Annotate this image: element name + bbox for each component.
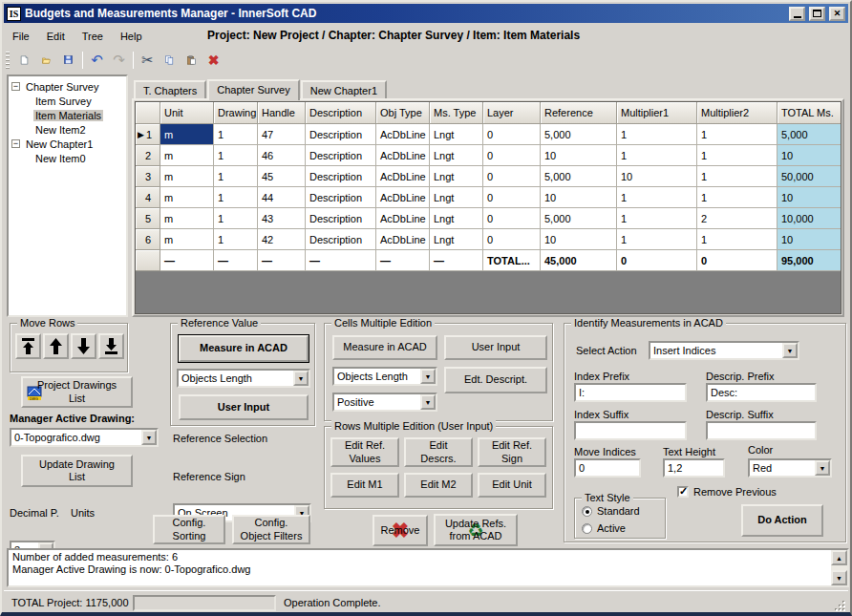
cell[interactable]: 10: [777, 229, 841, 250]
cell[interactable]: 42: [258, 229, 306, 250]
cell[interactable]: AcDbLine: [376, 145, 430, 166]
scroll-up-icon[interactable]: ▲: [831, 550, 847, 565]
column-header[interactable]: TOTAL Ms.: [777, 102, 841, 124]
cell[interactable]: 5,000: [777, 124, 841, 145]
tree-node-item-survey[interactable]: Item Survey: [33, 94, 126, 108]
cell[interactable]: 1: [617, 229, 697, 250]
column-header[interactable]: Multiplier2: [697, 102, 777, 124]
undo-icon[interactable]: ↶: [86, 50, 108, 71]
radio-active-row[interactable]: Active: [582, 522, 626, 534]
cell[interactable]: 1: [697, 229, 777, 250]
cells-user-input-button[interactable]: User Input: [444, 335, 547, 360]
cells-mode-combo[interactable]: Objects Length ▼: [332, 367, 437, 386]
edit-ref-values-button[interactable]: Edit Ref. Values: [330, 437, 399, 467]
cell[interactable]: 1: [214, 208, 258, 229]
cell[interactable]: 1: [697, 166, 777, 187]
collapse-icon[interactable]: −: [11, 82, 20, 91]
column-header[interactable]: Description: [306, 102, 376, 124]
column-header[interactable]: Multiplier1: [617, 102, 697, 124]
save-icon[interactable]: [57, 50, 79, 71]
tab-t-chapters[interactable]: T. Chapters: [134, 80, 206, 98]
scroll-down-icon[interactable]: ▼: [831, 570, 847, 585]
text-height-field[interactable]: [663, 458, 725, 478]
column-header[interactable]: Ms. Type: [430, 102, 483, 124]
cell[interactable]: Lngt: [430, 145, 483, 166]
cell[interactable]: 46: [258, 145, 306, 166]
new-document-icon[interactable]: [13, 50, 35, 71]
cell[interactable]: 2: [697, 208, 777, 229]
cell[interactable]: 1: [214, 187, 258, 208]
descrip-prefix-field[interactable]: [706, 383, 817, 402]
update-refs-from-acad-button[interactable]: ♻ Update Refs. from ACAD: [434, 514, 518, 546]
move-row-up-button[interactable]: [43, 333, 69, 359]
cell[interactable]: 10: [777, 187, 841, 208]
edit-ref-sign-button[interactable]: Edit Ref. Sign: [478, 437, 546, 467]
cells-measure-in-acad-button[interactable]: Measure in ACAD: [332, 335, 437, 360]
menu-file[interactable]: File: [4, 27, 38, 46]
tree-node-new-item2[interactable]: New Item2: [33, 122, 126, 137]
cell[interactable]: 10: [541, 229, 617, 250]
radio-standard-row[interactable]: Standard: [582, 505, 640, 517]
do-action-button[interactable]: Do Action: [741, 504, 823, 537]
tab-chapter-survey[interactable]: Chapter Survey: [207, 79, 299, 100]
column-header[interactable]: Handle: [258, 102, 306, 124]
remove-previous-checkbox[interactable]: [677, 486, 689, 498]
cell[interactable]: 10: [541, 187, 617, 208]
move-row-down-button[interactable]: [71, 333, 96, 359]
cell[interactable]: 0: [483, 229, 541, 250]
index-prefix-field[interactable]: [574, 383, 687, 402]
cell[interactable]: m: [160, 208, 214, 229]
edit-m1-button[interactable]: Edit M1: [330, 473, 399, 498]
tree-node-chapter-survey[interactable]: − Chapter Survey: [9, 79, 126, 94]
cell[interactable]: m: [160, 124, 214, 145]
collapse-icon[interactable]: −: [11, 139, 20, 148]
cell[interactable]: 1: [617, 124, 697, 145]
row-header[interactable]: ▶1: [136, 124, 160, 145]
config-object-filters-button[interactable]: Config. Object Filters: [232, 515, 310, 544]
copy-icon[interactable]: [159, 50, 181, 71]
radio-active[interactable]: [582, 523, 592, 534]
cell[interactable]: Description: [306, 166, 376, 187]
reference-mode-combo[interactable]: Objects Length ▼: [177, 369, 310, 388]
cell[interactable]: 0: [483, 208, 541, 229]
cell[interactable]: AcDbLine: [376, 124, 430, 145]
column-header[interactable]: [136, 102, 160, 124]
cell[interactable]: Description: [306, 145, 376, 166]
cell[interactable]: AcDbLine: [376, 166, 430, 187]
descrip-suffix-field[interactable]: [706, 421, 817, 440]
cell[interactable]: 1: [214, 124, 258, 145]
cell[interactable]: 1: [214, 145, 258, 166]
column-header[interactable]: Reference: [541, 102, 617, 124]
cell[interactable]: AcDbLine: [376, 229, 430, 250]
move-row-to-top-button[interactable]: [15, 333, 41, 359]
radio-standard[interactable]: [582, 506, 592, 517]
menu-help[interactable]: Help: [112, 27, 151, 46]
active-drawing-combo[interactable]: 0-Topografico.dwg ▼: [10, 428, 159, 447]
menu-edit[interactable]: Edit: [38, 27, 74, 46]
chevron-down-icon[interactable]: ▼: [815, 460, 830, 476]
row-header[interactable]: [136, 250, 160, 271]
cell[interactable]: 45: [258, 166, 306, 187]
column-header[interactable]: Unit: [160, 102, 214, 124]
move-indices-field[interactable]: [574, 458, 641, 478]
chevron-down-icon[interactable]: ▼: [782, 343, 798, 358]
cell[interactable]: Lngt: [430, 208, 483, 229]
cell[interactable]: 10: [541, 145, 617, 166]
config-sorting-button[interactable]: Config. Sorting: [153, 515, 225, 544]
cell[interactable]: AcDbLine: [376, 208, 430, 229]
cell[interactable]: 5,000: [541, 124, 617, 145]
minimize-button[interactable]: [789, 7, 805, 21]
chevron-down-icon[interactable]: ▼: [141, 430, 157, 445]
remove-previous-checkbox-row[interactable]: Remove Previous: [677, 486, 777, 498]
row-header[interactable]: 3: [136, 166, 160, 187]
tab-new-chapter1[interactable]: New Chapter1: [301, 80, 387, 98]
toolbar-grip[interactable]: [6, 52, 10, 69]
tree-node-item-materials[interactable]: Item Materials: [33, 108, 126, 122]
log-scrollbar[interactable]: ▲ ▼: [831, 550, 847, 585]
cell[interactable]: 5,000: [541, 166, 617, 187]
move-row-to-bottom-button[interactable]: [98, 333, 124, 359]
cell[interactable]: m: [160, 229, 214, 250]
column-header[interactable]: Drawing: [214, 102, 258, 124]
cell[interactable]: Description: [306, 124, 376, 145]
measure-in-acad-button[interactable]: Measure in ACAD: [179, 335, 309, 362]
